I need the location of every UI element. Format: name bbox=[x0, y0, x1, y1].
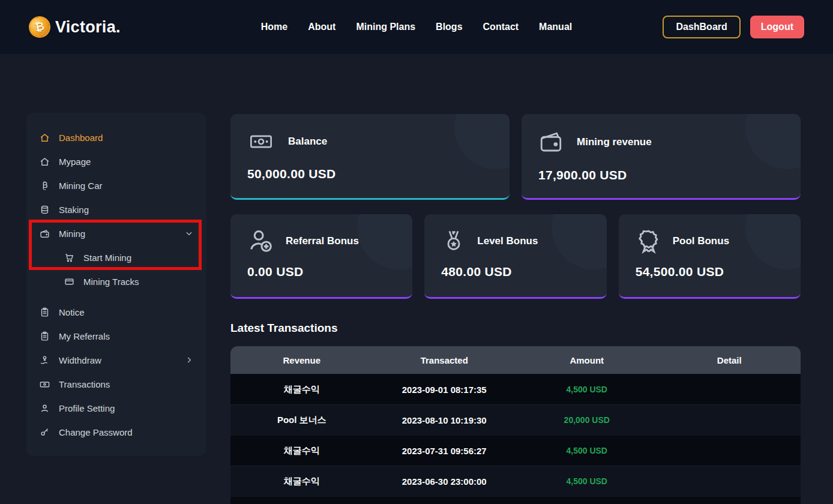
cell-transacted: 2023-06-30 23:00:00 bbox=[373, 476, 516, 487]
nav-item-blogs[interactable]: Blogs bbox=[436, 22, 462, 32]
sidebar-item-label: Start Mining bbox=[83, 253, 131, 263]
cart-icon bbox=[64, 252, 74, 263]
dashboard-page: ₿ Victoria. Home About Mining Plans Blog… bbox=[0, 0, 833, 504]
sidebar-item-start-mining[interactable]: Start Mining bbox=[26, 245, 206, 269]
level-bonus-card: Level Bonus 480.00 USD bbox=[424, 214, 606, 299]
column-header-transacted: Transacted bbox=[373, 355, 516, 365]
nav-item-about[interactable]: About bbox=[308, 22, 335, 32]
sidebar-item-profile-setting[interactable]: Profile Setting bbox=[26, 396, 206, 420]
sidebar-item-label: Transactions bbox=[59, 379, 110, 389]
clipboard-icon bbox=[39, 331, 50, 341]
cell-amount: 20,000 USD bbox=[516, 415, 658, 425]
referral-bonus-card: Referral Bonus 0.00 USD bbox=[230, 214, 412, 299]
medal-icon bbox=[441, 227, 466, 255]
latest-transactions-title: Latest Transactions bbox=[230, 322, 337, 335]
card-value: 480.00 USD bbox=[441, 265, 589, 279]
card-title: Mining revenue bbox=[577, 136, 652, 148]
cell-revenue: 채굴수익 bbox=[230, 476, 373, 487]
sidebar-item-mining-car[interactable]: Mining Car bbox=[26, 173, 206, 197]
card-title: Referral Bonus bbox=[286, 235, 359, 247]
mining-revenue-card: Mining revenue 17,900.00 USD bbox=[522, 114, 801, 200]
pool-bonus-card: Pool Bonus 54,500.00 USD bbox=[619, 214, 801, 299]
nav-item-home[interactable]: Home bbox=[261, 22, 287, 32]
cell-amount: 4,500 USD bbox=[516, 385, 658, 394]
sidebar-item-label: Change Password bbox=[59, 427, 133, 437]
hand-coin-icon bbox=[39, 355, 50, 365]
cell-amount: 4,500 USD bbox=[516, 476, 658, 486]
sidebar-item-label: Mining Car bbox=[59, 181, 103, 191]
key-icon bbox=[39, 427, 50, 437]
table-row: 채굴수익 2023-07-31 09:56:27 4,500 USD bbox=[230, 435, 801, 466]
bitcoin-icon bbox=[39, 180, 50, 191]
card-title: Balance bbox=[288, 136, 327, 148]
home-icon bbox=[39, 132, 50, 143]
cell-amount: 4,500 USD bbox=[516, 446, 658, 455]
card-value: 54,500.00 USD bbox=[636, 265, 784, 279]
user-plus-icon bbox=[247, 227, 275, 255]
clipboard-icon bbox=[39, 307, 50, 317]
stat-cards-row-1: Balance 50,000.00 USD Mining revenue 17,… bbox=[230, 114, 801, 200]
table-row-partial bbox=[230, 496, 801, 504]
column-header-revenue: Revenue bbox=[230, 355, 373, 365]
stat-cards-row-2: Referral Bonus 0.00 USD Level Bonus 480.… bbox=[230, 214, 801, 299]
sidebar-item-dashboard[interactable]: Dashboard bbox=[26, 125, 206, 149]
sidebar-item-mypage[interactable]: Mypage bbox=[26, 149, 206, 173]
chevron-right-icon bbox=[185, 356, 193, 364]
banknote-icon bbox=[39, 379, 50, 389]
nav-item-manual[interactable]: Manual bbox=[539, 22, 572, 32]
sidebar-item-staking[interactable]: Staking bbox=[26, 197, 206, 221]
cell-revenue: 채굴수익 bbox=[230, 384, 373, 395]
balance-card: Balance 50,000.00 USD bbox=[230, 114, 510, 200]
top-navbar: ₿ Victoria. Home About Mining Plans Blog… bbox=[0, 0, 833, 54]
logout-button[interactable]: Logout bbox=[750, 16, 804, 38]
sidebar-item-transactions[interactable]: Transactions bbox=[26, 372, 206, 396]
sidebar-item-widthdraw[interactable]: Widthdraw bbox=[26, 348, 206, 372]
chevron-down-icon bbox=[185, 229, 193, 238]
column-header-amount: Amount bbox=[516, 355, 658, 365]
table-row: Pool 보너스 2023-08-10 10:19:30 20,000 USD bbox=[230, 404, 801, 435]
sidebar-item-label: Mining Tracks bbox=[83, 277, 139, 287]
sidebar-item-label: My Referrals bbox=[59, 331, 110, 341]
nav-item-contact[interactable]: Contact bbox=[483, 22, 519, 32]
sidebar-item-notice[interactable]: Notice bbox=[26, 300, 206, 324]
card-value: 50,000.00 USD bbox=[247, 167, 493, 181]
column-header-detail: Detail bbox=[658, 355, 801, 365]
wallet-icon bbox=[538, 130, 564, 155]
user-icon bbox=[39, 403, 50, 413]
card-title: Pool Bonus bbox=[673, 235, 729, 247]
cell-transacted: 2023-08-10 10:19:30 bbox=[373, 415, 516, 425]
sidebar-item-my-referrals[interactable]: My Referrals bbox=[26, 324, 206, 348]
sidebar-item-label: Dashboard bbox=[59, 133, 103, 143]
banknote-icon bbox=[247, 130, 275, 154]
transactions-table: Revenue Transacted Amount Detail 채굴수익 20… bbox=[230, 346, 801, 504]
sidebar-item-label: Profile Setting bbox=[59, 403, 115, 413]
sidebar-item-change-password[interactable]: Change Password bbox=[26, 420, 206, 444]
cell-transacted: 2023-09-01 08:17:35 bbox=[373, 385, 516, 395]
cell-revenue: Pool 보너스 bbox=[230, 415, 373, 426]
sidebar-item-mining[interactable]: Mining bbox=[26, 221, 206, 245]
topbar-actions: DashBoard Logout bbox=[663, 0, 804, 54]
cell-revenue: 채굴수익 bbox=[230, 445, 373, 457]
sidebar-item-label: Staking bbox=[59, 205, 89, 215]
table-row: 채굴수익 2023-09-01 08:17:35 4,500 USD bbox=[230, 374, 801, 404]
sidebar-item-label: Notice bbox=[59, 307, 85, 317]
home-icon bbox=[39, 156, 50, 167]
sidebar: Dashboard Mypage Mining Car Staking Mini… bbox=[26, 113, 206, 456]
card-value: 17,900.00 USD bbox=[538, 168, 784, 182]
award-icon bbox=[636, 227, 662, 255]
card-title: Level Bonus bbox=[477, 235, 538, 247]
coins-icon bbox=[39, 204, 50, 215]
sidebar-item-label: Mining bbox=[59, 229, 85, 239]
wallet-icon bbox=[39, 228, 50, 239]
card-icon bbox=[64, 276, 74, 287]
cell-transacted: 2023-07-31 09:56:27 bbox=[373, 446, 516, 456]
table-row: 채굴수익 2023-06-30 23:00:00 4,500 USD bbox=[230, 466, 801, 496]
dashboard-button[interactable]: DashBoard bbox=[663, 16, 740, 38]
sidebar-item-mining-tracks[interactable]: Mining Tracks bbox=[26, 269, 206, 293]
card-value: 0.00 USD bbox=[247, 265, 395, 279]
nav-item-mining-plans[interactable]: Mining Plans bbox=[356, 22, 415, 32]
sidebar-item-label: Mypage bbox=[59, 157, 91, 167]
sidebar-item-label: Widthdraw bbox=[59, 355, 101, 365]
table-header-row: Revenue Transacted Amount Detail bbox=[230, 346, 801, 374]
